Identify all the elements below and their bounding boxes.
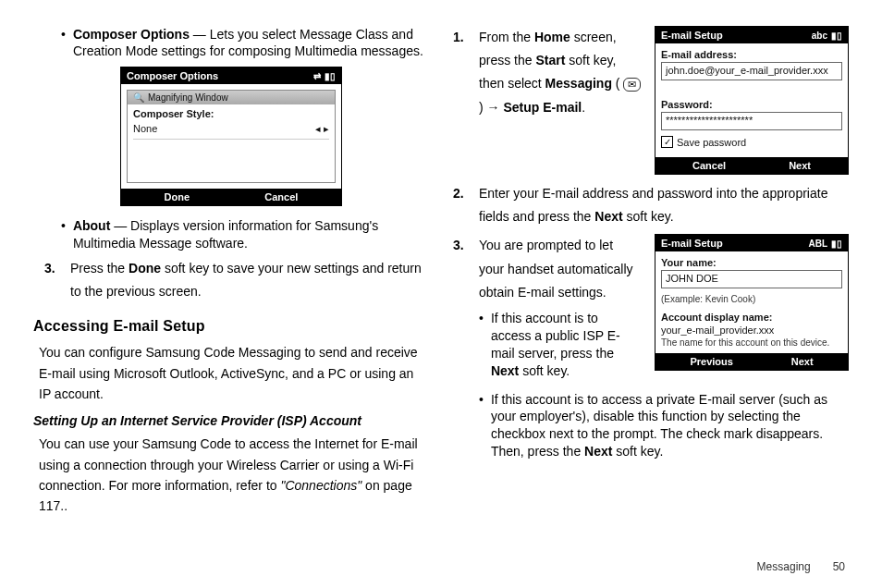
step-number: 3. (453, 234, 479, 257)
step-3: 3. You are prompted to let your handset … (453, 234, 642, 304)
bullet-icon: • (61, 26, 66, 43)
isp-paragraph: You can use your Samsung Code to access … (33, 434, 429, 517)
shot-status-icons: ABL ▮▯ (808, 239, 842, 249)
shot-titlebar: Composer Options ⇄ ▮▯ (121, 67, 341, 84)
messaging-label: Messaging (545, 76, 612, 91)
email-address-label: E-mail address: (661, 49, 842, 60)
step-number: 2. (453, 182, 479, 205)
setup-email-label: Setup E-mail (500, 100, 582, 115)
bullet-text: About — Displays version information for… (73, 217, 429, 251)
shot-title: E-mail Setup (661, 30, 723, 41)
shot-softbar: Cancel Next (655, 157, 848, 174)
sub-bullet-public-isp: • If this account is to access a public … (453, 310, 642, 380)
shot-title: Composer Options (127, 70, 218, 81)
password-input[interactable]: ********************** (661, 112, 842, 130)
shot-softbar: Done Cancel (121, 189, 341, 205)
bars-icon: ▮▯ (831, 239, 842, 249)
window-title: 🔍 Magnifying Window (128, 91, 335, 104)
display-name-value: your_e-mail_provider.xxx (661, 323, 842, 337)
page-footer: Messaging 50 (757, 560, 845, 573)
start-label: Start (535, 53, 565, 67)
step-text: Enter your E-mail address and password i… (479, 182, 849, 228)
step-3-done: 3. Press the Done soft key to save your … (33, 257, 429, 303)
shot-softbar: Previous Next (655, 353, 848, 370)
connections-ref: "Connections" (280, 478, 361, 493)
bullet-composer-options: • Composer Options — Lets you select Mes… (33, 26, 429, 59)
heading-accessing-email-setup: Accessing E-mail Setup (33, 318, 429, 335)
shot-titlebar: E-mail Setup abc ▮▯ (655, 27, 848, 43)
left-column: • Composer Options — Lets you select Mes… (33, 26, 429, 570)
about-text: — Displays version information for Samsu… (73, 218, 378, 250)
bars-icon: ▮▯ (325, 71, 336, 81)
bullet-icon: • (479, 391, 484, 408)
email-setup-intro: You can configure Samsung Code Messaging… (33, 342, 429, 404)
step-number: 1. (453, 26, 479, 49)
composer-style-label: Composer Style: (133, 108, 329, 119)
subheading-isp-account: Setting Up an Internet Service Provider … (33, 413, 429, 428)
composer-style-value: None (133, 123, 157, 135)
bullet-icon: • (479, 310, 484, 326)
your-name-input[interactable]: JOHN DOE (661, 270, 842, 288)
step-text: Press the Done soft key to save your new… (70, 257, 429, 303)
shot-status-icons: ⇄ ▮▯ (313, 71, 336, 81)
bullet-about: • About — Displays version information f… (33, 217, 429, 251)
shot-status-icons: abc ▮▯ (812, 31, 842, 41)
footer-section: Messaging (757, 560, 811, 573)
bullet-text: If this account is to access a public IS… (491, 310, 642, 380)
done-softkey[interactable]: Done (165, 191, 190, 202)
sub-bullet-private-server: • If this account is to access a private… (453, 391, 849, 461)
footer-page-number: 50 (833, 560, 845, 573)
composer-options-label: Composer Options (73, 27, 190, 42)
checkbox-icon: ✓ (661, 136, 673, 148)
step-text: From the Home screen, press the Start so… (479, 26, 642, 119)
next-label: Next (584, 444, 612, 459)
password-label: Password: (661, 99, 842, 110)
display-name-label: Account display name: (661, 312, 842, 323)
next-softkey[interactable]: Next (789, 160, 811, 171)
mail-icon: ✉ (623, 78, 641, 92)
previous-softkey[interactable]: Previous (690, 356, 732, 367)
shot-title: E-mail Setup (661, 238, 723, 249)
about-label: About (73, 218, 110, 233)
display-name-hint: The name for this account on this device… (661, 337, 842, 348)
done-label: Done (129, 261, 161, 276)
cancel-softkey[interactable]: Cancel (264, 191, 298, 202)
email-setup-screenshot-2: E-mail Setup ABL ▮▯ Your name: JOHN DOE … (655, 234, 849, 371)
next-label: Next (594, 209, 622, 224)
step1-wrap: 1. From the Home screen, press the Start… (453, 26, 849, 175)
step-text: You are prompted to let your handset aut… (479, 234, 642, 304)
email-setup-screenshot-1: E-mail Setup abc ▮▯ E-mail address: john… (655, 26, 849, 175)
your-name-label: Your name: (661, 257, 842, 268)
input-mode-icon: ABL (808, 239, 827, 249)
next-label: Next (491, 363, 519, 378)
composer-options-screenshot: Composer Options ⇄ ▮▯ 🔍 Magnifying Windo… (120, 67, 342, 206)
bars-icon: ▮▯ (831, 31, 842, 41)
save-password-checkbox[interactable]: ✓ Save password (661, 136, 842, 148)
step3-wrap: 3. You are prompted to let your handset … (453, 234, 849, 385)
arrow-icon: → (487, 100, 500, 115)
next-softkey[interactable]: Next (791, 356, 814, 367)
step-2: 2. Enter your E-mail address and passwor… (453, 182, 849, 228)
composer-style-row: None ◂ ▸ (133, 119, 329, 140)
input-mode-icon: abc (812, 31, 827, 41)
save-password-label: Save password (677, 137, 746, 148)
home-label: Home (534, 30, 570, 44)
bullet-icon: • (61, 217, 66, 234)
cancel-softkey[interactable]: Cancel (692, 160, 726, 171)
bullet-text: Composer Options — Lets you select Messa… (73, 26, 429, 59)
step-number: 3. (44, 257, 70, 280)
magnifying-window: 🔍 Magnifying Window Composer Style: None… (127, 90, 336, 183)
step-1: 1. From the Home screen, press the Start… (453, 26, 642, 119)
window-title-text: Magnifying Window (148, 92, 228, 103)
name-example: (Example: Kevin Cook) (661, 294, 842, 304)
signal-icon: ⇄ (313, 71, 321, 81)
spinner-icon: ◂ ▸ (315, 123, 329, 135)
shot-titlebar: E-mail Setup ABL ▮▯ (655, 235, 848, 251)
right-column: 1. From the Home screen, press the Start… (453, 26, 849, 570)
bullet-text: If this account is to access a private E… (491, 391, 849, 461)
window-body: Composer Style: None ◂ ▸ (128, 104, 335, 182)
magnify-icon: 🔍 (133, 92, 144, 103)
email-address-input[interactable]: john.doe@your_e-mail_provider.xxx (661, 62, 842, 80)
